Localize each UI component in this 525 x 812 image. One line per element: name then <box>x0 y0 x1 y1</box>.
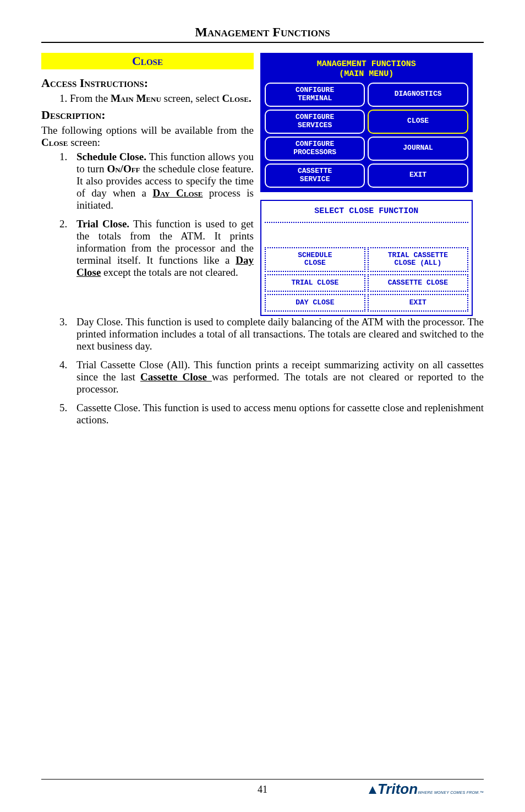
description-heading: Description: <box>41 108 254 122</box>
page-number: 41 <box>258 784 267 795</box>
btn-close[interactable]: CLOSE <box>368 110 468 134</box>
empty-slot <box>265 225 365 245</box>
btn-journal[interactable]: JOURNAL <box>368 137 468 161</box>
option-5: Cassette Close. This function is used to… <box>70 402 484 426</box>
btn-configure-processors[interactable]: CONFIGURE PROCESSORS <box>265 137 365 161</box>
btn-configure-terminal[interactable]: CONFIGURE TERMINAL <box>265 83 365 107</box>
main-menu-title: MANAGEMENT FUNCTIONS (MAIN MENU) <box>265 57 468 83</box>
btn-cassette-close[interactable]: CASSETTE CLOSE <box>368 274 468 292</box>
access-step-1: From the Main Menu screen, select Close. <box>70 92 254 105</box>
empty-slot <box>368 225 468 245</box>
description-intro: The following options will be available … <box>41 124 254 149</box>
option-4: Trial Cassette Close (All). This functio… <box>70 359 484 395</box>
triton-logo: TritonWHERE MONEY COMES FROM.™ <box>368 781 484 798</box>
close-menu-title: SELECT CLOSE FUNCTION <box>265 204 468 223</box>
btn-configure-services[interactable]: CONFIGURE SERVICES <box>265 110 365 134</box>
section-title: Close <box>41 53 254 69</box>
main-menu-screenshot: MANAGEMENT FUNCTIONS (MAIN MENU) CONFIGU… <box>260 53 473 192</box>
btn-cassette-service[interactable]: CASSETTE SERVICE <box>265 164 365 188</box>
btn-exit[interactable]: EXIT <box>368 164 468 188</box>
option-3: Day Close. This function is used to comp… <box>70 316 484 352</box>
option-2: Trial Close. This function is used to ge… <box>70 218 254 279</box>
btn-close-exit[interactable]: EXIT <box>368 294 468 312</box>
access-heading: Access Instructions: <box>41 76 254 90</box>
page-header: Management Functions <box>41 25 484 43</box>
btn-trial-cassette-close-all[interactable]: TRIAL CASSETTE CLOSE (ALL) <box>368 247 468 273</box>
btn-day-close[interactable]: DAY CLOSE <box>265 294 365 312</box>
btn-diagnostics[interactable]: DIAGNOSTICS <box>368 83 468 107</box>
btn-trial-close[interactable]: TRIAL CLOSE <box>265 274 365 292</box>
option-1: Schedule Close. This function allows you… <box>70 151 254 211</box>
close-menu-screenshot: SELECT CLOSE FUNCTION SCHEDULE CLOSE TRI… <box>260 200 473 317</box>
btn-schedule-close[interactable]: SCHEDULE CLOSE <box>265 247 365 273</box>
